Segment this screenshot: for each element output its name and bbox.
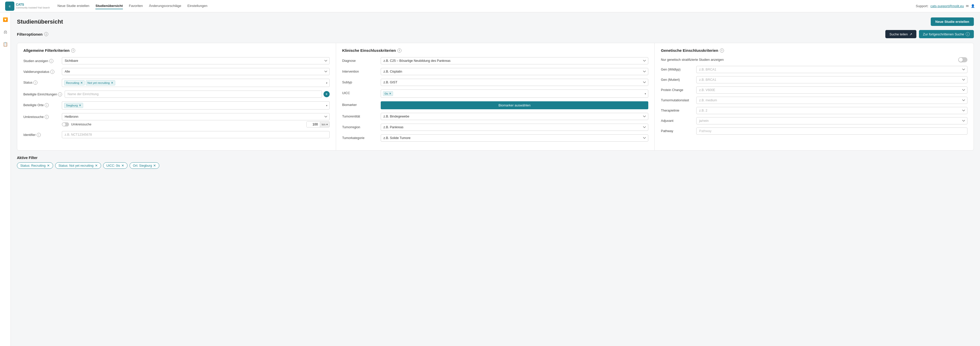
filter-options-row: Filteroptionen i Suche teilen ↗ Zur fort…: [17, 30, 974, 38]
identifier-input[interactable]: [62, 131, 330, 138]
tumorkategorie-row: Tumorkategorie z.B. Solide Tumore: [342, 134, 649, 141]
sidebar-graph-icon[interactable]: ⚖: [1, 28, 10, 36]
fortgeschrittene-suche-button[interactable]: Zur fortgeschrittenen Suche i: [919, 30, 974, 38]
beteiligte-einrichtungen-row: Beteiligte Einrichtungen i +: [23, 90, 330, 98]
tumormutationslast-select[interactable]: z.B. medium: [696, 97, 967, 104]
therapielinie-select[interactable]: z.B. 2: [696, 107, 967, 114]
navbar: C CATS Community Assisted Trial Search N…: [0, 0, 980, 12]
fortgeschrittene-label: Zur fortgeschrittenen Suche: [923, 32, 964, 36]
studien-anzeigen-select[interactable]: Sichtbare: [62, 57, 330, 64]
therapielinie-row: Therapielinie z.B. 2: [661, 107, 967, 114]
klinische-info-icon[interactable]: i: [398, 48, 401, 52]
user-icon[interactable]: 👤: [971, 4, 975, 8]
sidebar-list-icon[interactable]: 📋: [1, 40, 10, 48]
subtyp-select[interactable]: z.B. GIST: [381, 79, 649, 86]
active-tag-status-not-yet-remove[interactable]: ✕: [95, 163, 98, 167]
tumorregion-label: Tumorregion: [342, 124, 378, 129]
gen-wildtyp-select[interactable]: z.B. BRCA1: [696, 66, 967, 73]
validierungsstatus-row: Validierungsstatus i Alle: [23, 68, 330, 75]
uicc-row: UICC 0is ✕ ▾: [342, 89, 649, 98]
studien-anzeigen-label: Studien anzeigen i: [23, 57, 59, 63]
active-tag-status-recruiting[interactable]: Status: Recruiting ✕: [17, 162, 53, 169]
page-title: Studienübersicht: [17, 19, 63, 25]
tumorkategorie-select[interactable]: z.B. Solide Tumore: [381, 134, 649, 141]
filter-options-label: Filteroptionen i: [17, 32, 48, 37]
status-info[interactable]: i: [33, 81, 37, 85]
add-einrichtung-button[interactable]: +: [323, 91, 330, 97]
beteiligte-orte-tag-input[interactable]: Siegburg ✕ ▾: [62, 101, 330, 110]
protein-change-select[interactable]: z.B. V600E: [696, 86, 967, 94]
active-filter-tags: Status: Recruiting ✕ Status: Not yet rec…: [17, 162, 974, 169]
active-tag-ort-remove[interactable]: ✕: [153, 163, 156, 167]
support-email[interactable]: cats-support@molit.eu: [931, 4, 964, 8]
einrichtungen-info[interactable]: i: [58, 92, 62, 97]
umkreis-km-input[interactable]: [307, 122, 320, 127]
nav-aenderungsvorschlaege[interactable]: Änderungsvorschläge: [149, 3, 181, 9]
identifier-info[interactable]: i: [37, 133, 41, 137]
tumorregion-select[interactable]: z.B. Pankreas: [381, 124, 649, 131]
active-tag-ort[interactable]: Ort: Siegburg ✕: [130, 162, 159, 169]
adjuvant-label: Adjuvant: [661, 119, 694, 122]
protein-change-row: Protein Change z.B. V600E: [661, 86, 967, 94]
pathway-input[interactable]: [696, 127, 967, 135]
gen-mutiert-select[interactable]: z.B. BRCA1: [696, 76, 967, 83]
sidebar-filter-icon[interactable]: 🔽: [1, 15, 10, 24]
biomarker-button[interactable]: Biomarker auswählen: [381, 101, 649, 109]
gen-mutiert-label: Gen (Mutiert): [661, 78, 694, 82]
nav-einstellungen[interactable]: Einstellungen: [188, 3, 208, 9]
aktive-filter-title: Aktive Filter: [17, 156, 974, 160]
neue-studie-button[interactable]: Neue Studie erstellen: [931, 17, 974, 26]
uicc-chevron[interactable]: ▾: [645, 92, 646, 95]
logo: C CATS Community Assisted Trial Search: [5, 2, 50, 11]
adjuvant-select[interactable]: ja/nein: [696, 117, 967, 124]
genetische-filter-col: Genetische Einschlusskriterien i Nur gen…: [655, 43, 974, 150]
studien-anzeigen-info[interactable]: i: [49, 59, 53, 63]
status-label: Status i: [23, 79, 59, 85]
validierungsstatus-select[interactable]: Alle: [62, 68, 330, 75]
umkreissuche-toggle[interactable]: [62, 122, 69, 127]
logo-icon: C: [5, 2, 14, 11]
support-label: Support:: [916, 4, 928, 8]
mail-icon: ✉: [966, 4, 969, 8]
svg-text:C: C: [9, 5, 11, 8]
tumorentitaet-select[interactable]: z.B. Bindegewebe: [381, 113, 649, 120]
beteiligte-orte-row: Beteiligte Orte i Siegburg ✕ ▾: [23, 101, 330, 110]
active-tag-uicc[interactable]: UICC: 0is ✕: [103, 162, 127, 169]
logo-text: CATS: [16, 3, 50, 6]
nav-studienuebersicht[interactable]: Studienübersicht: [95, 3, 123, 9]
allgemeine-title-text: Allgemeine Filterkriterien: [23, 48, 70, 52]
beteiligte-einrichtungen-input[interactable]: [65, 90, 322, 98]
filter-options-info-icon[interactable]: i: [44, 32, 48, 36]
pathway-row: Pathway: [661, 127, 967, 135]
orte-chevron[interactable]: ▾: [326, 104, 327, 107]
nav-favoriten[interactable]: Favoriten: [129, 3, 143, 9]
active-tag-uicc-remove[interactable]: ✕: [121, 163, 124, 167]
status-tag-recruiting-remove[interactable]: ✕: [80, 81, 83, 85]
orte-info[interactable]: i: [45, 103, 49, 107]
intervention-row: Intervention z.B. Cisplatin: [342, 68, 649, 75]
umkreis-info[interactable]: i: [45, 115, 49, 119]
validierungsstatus-info[interactable]: i: [50, 70, 54, 74]
allgemeine-info-icon[interactable]: i: [71, 48, 75, 52]
share-icon: ↗: [910, 32, 912, 36]
uicc-tag-0is-remove[interactable]: ✕: [389, 92, 391, 95]
uicc-tag-input[interactable]: 0is ✕ ▾: [381, 89, 649, 98]
status-tag-recruiting: Recruiting ✕: [64, 80, 85, 86]
suche-teilen-button[interactable]: Suche teilen ↗: [885, 30, 916, 38]
identifier-label: Identifier i: [23, 131, 59, 137]
nur-genetisch-toggle[interactable]: [958, 57, 967, 62]
adjuvant-row: Adjuvant ja/nein: [661, 117, 967, 124]
status-tag-input[interactable]: Recruiting ✕ Not yet recruiting ✕ ▾: [62, 79, 330, 87]
nav-neue-studie[interactable]: Neue Studie erstellen: [57, 3, 89, 9]
intervention-select[interactable]: z.B. Cisplatin: [381, 68, 649, 75]
ort-tag-siegburg-remove[interactable]: ✕: [79, 104, 81, 107]
diagnose-select[interactable]: z.B. C25 – Bösartige Neubildung des Pank…: [381, 57, 649, 64]
umkreissuche-label: Umkreissuche i: [23, 113, 59, 119]
active-tag-status-not-yet[interactable]: Status: Not yet recruiting ✕: [55, 162, 101, 169]
umkreissuche-select[interactable]: Heilbronn: [62, 113, 330, 120]
status-chevron[interactable]: ▾: [326, 82, 327, 84]
status-tag-not-yet-remove[interactable]: ✕: [111, 81, 113, 85]
genetische-info-icon[interactable]: i: [720, 48, 724, 52]
active-tag-status-recruiting-remove[interactable]: ✕: [47, 163, 50, 167]
biomarker-row: Biomarker Biomarker auswählen: [342, 101, 649, 109]
